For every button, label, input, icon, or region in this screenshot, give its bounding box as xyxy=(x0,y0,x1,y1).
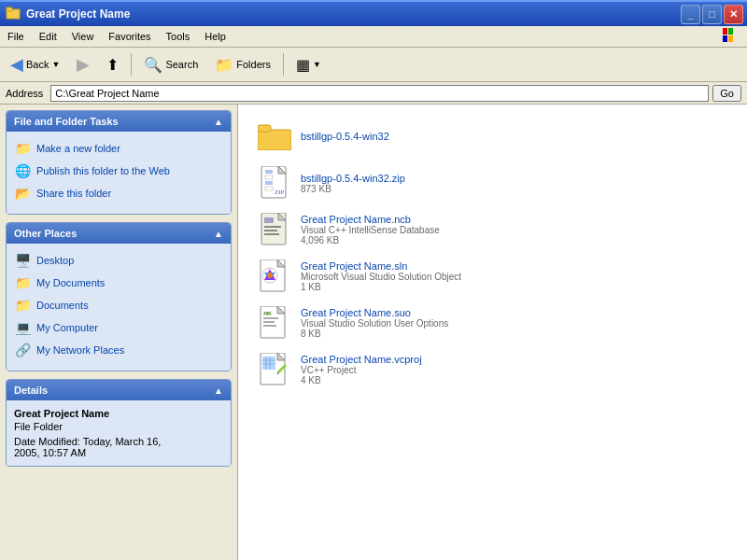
suo-file-icon: opt xyxy=(258,306,291,340)
svg-rect-20 xyxy=(264,217,274,223)
places-panel-body: 🖥️ Desktop 📁 My Documents 📁 Documents 💻 … xyxy=(7,244,231,371)
svg-rect-13 xyxy=(265,187,273,190)
places-panel-chevron: ▲ xyxy=(214,229,223,239)
svg-rect-18 xyxy=(264,230,277,231)
svg-rect-1 xyxy=(7,7,12,11)
file-name: bstillgp-0.5.4-win32.zip xyxy=(301,173,405,184)
views-dropdown-icon[interactable]: ▼ xyxy=(313,60,321,69)
details-panel-body: Great Project Name File Folder Date Modi… xyxy=(7,400,231,466)
toolbar-separator-2 xyxy=(283,53,284,76)
menu-help[interactable]: Help xyxy=(197,29,233,44)
file-desc: Microsoft Visual Studio Solution Object xyxy=(301,272,461,282)
list-item[interactable]: ZIP bstillgp-0.5.4-win32.zip 873 KB xyxy=(253,161,732,205)
file-info: Great Project Name.sln Microsoft Visual … xyxy=(301,260,461,292)
make-new-folder-link[interactable]: 📁 Make a new folder xyxy=(12,139,225,158)
documents-icon: 📁 xyxy=(14,298,31,313)
svg-rect-17 xyxy=(264,226,281,228)
svg-rect-19 xyxy=(264,233,279,235)
file-info: bstillgp-0.5.4-win32.zip 873 KB xyxy=(301,173,405,194)
desktop-link[interactable]: 🖥️ Desktop xyxy=(12,251,225,270)
list-item[interactable]: opt Great Project Name.suo Visual Studio… xyxy=(253,301,732,345)
details-date-label: Date Modified: Today, March 16, 2005, 10… xyxy=(14,436,223,458)
places-panel-header[interactable]: Other Places ▲ xyxy=(7,223,231,244)
list-item[interactable]: Great Project Name.vcproj VC++ Project 4… xyxy=(253,347,732,392)
back-button[interactable]: ◀ Back ▼ xyxy=(4,50,66,78)
search-icon: 🔍 xyxy=(144,56,162,74)
details-type: File Folder xyxy=(14,421,223,432)
title-bar-left: Great Project Name xyxy=(6,7,130,21)
toolbar: ◀ Back ▼ ▶ ⬆ 🔍 Search 📁 Folders ▦ ▼ xyxy=(0,48,747,82)
folder-file-icon xyxy=(258,119,291,153)
file-name: Great Project Name.suo xyxy=(301,307,448,318)
publish-folder-label: Publish this folder to the Web xyxy=(36,165,170,176)
list-item[interactable]: Great Project Name.ncb Visual C++ Intell… xyxy=(253,207,732,252)
folders-button[interactable]: 📁 Folders xyxy=(208,52,277,77)
svg-rect-27 xyxy=(263,317,278,319)
menu-view[interactable]: View xyxy=(64,29,102,44)
sidebar: File and Folder Tasks ▲ 📁 Make a new fol… xyxy=(0,105,238,560)
file-size: 4,096 KB xyxy=(301,235,440,245)
zip-file-icon: ZIP xyxy=(258,166,291,200)
my-documents-link[interactable]: 📁 My Documents xyxy=(12,273,225,292)
places-panel-title: Other Places xyxy=(14,228,77,239)
toolbar-separator-1 xyxy=(131,53,132,76)
file-desc: VC++ Project xyxy=(301,365,422,375)
publish-folder-link[interactable]: 🌐 Publish this folder to the Web xyxy=(12,161,225,180)
svg-rect-29 xyxy=(263,325,276,327)
list-item[interactable]: Great Project Name.sln Microsoft Visual … xyxy=(253,254,732,299)
minimize-button[interactable]: _ xyxy=(681,5,700,24)
menu-edit[interactable]: Edit xyxy=(32,29,64,44)
sln-file-icon xyxy=(258,259,291,293)
go-button[interactable]: Go xyxy=(712,85,741,102)
views-icon: ▦ xyxy=(296,56,310,74)
details-panel-chevron: ▲ xyxy=(214,385,223,396)
documents-label: Documents xyxy=(36,300,89,311)
views-button[interactable]: ▦ ▼ xyxy=(289,52,328,77)
back-dropdown-icon[interactable]: ▼ xyxy=(51,60,60,69)
forward-icon: ▶ xyxy=(77,54,90,75)
address-bar: Address Go xyxy=(0,82,747,105)
svg-rect-6 xyxy=(258,130,291,150)
up-icon: ⬆ xyxy=(106,56,119,74)
tasks-panel: File and Folder Tasks ▲ 📁 Make a new fol… xyxy=(6,110,232,215)
svg-rect-5 xyxy=(728,35,733,42)
file-size: 8 KB xyxy=(301,329,448,339)
publish-icon: 🌐 xyxy=(14,163,31,178)
file-name: Great Project Name.vcproj xyxy=(301,354,422,365)
file-info: Great Project Name.suo Visual Studio Sol… xyxy=(301,307,448,339)
documents-link[interactable]: 📁 Documents xyxy=(12,296,225,315)
menu-file[interactable]: File xyxy=(0,29,32,44)
svg-rect-4 xyxy=(723,35,727,42)
svg-rect-7 xyxy=(258,125,271,132)
list-item[interactable]: bstillgp-0.5.4-win32 xyxy=(253,114,732,159)
search-button[interactable]: 🔍 Search xyxy=(137,52,204,77)
my-documents-label: My Documents xyxy=(36,277,105,288)
menu-tools[interactable]: Tools xyxy=(159,29,198,44)
address-input[interactable] xyxy=(50,85,709,102)
maximize-button[interactable]: □ xyxy=(702,5,722,24)
details-panel-title: Details xyxy=(14,385,48,396)
desktop-icon: 🖥️ xyxy=(14,253,31,268)
new-folder-icon: 📁 xyxy=(14,141,31,156)
forward-button[interactable]: ▶ xyxy=(70,50,96,78)
my-network-link[interactable]: 🔗 My Network Places xyxy=(12,341,225,359)
up-button[interactable]: ⬆ xyxy=(100,52,125,77)
file-name: bstillgp-0.5.4-win32 xyxy=(301,131,389,142)
svg-rect-33 xyxy=(262,357,275,370)
file-size: 873 KB xyxy=(301,184,405,194)
details-panel-header[interactable]: Details ▲ xyxy=(7,380,231,400)
window-controls: _ □ ✕ xyxy=(681,5,743,24)
share-folder-link[interactable]: 📂 Share this folder xyxy=(12,184,225,203)
menu-favorites[interactable]: Favorites xyxy=(101,29,158,44)
tasks-panel-header[interactable]: File and Folder Tasks ▲ xyxy=(7,111,231,132)
close-button[interactable]: ✕ xyxy=(724,5,743,24)
my-computer-link[interactable]: 💻 My Computer xyxy=(12,318,225,337)
file-name: Great Project Name.ncb xyxy=(301,214,440,225)
file-info: Great Project Name.ncb Visual C++ Intell… xyxy=(301,214,440,245)
app-icon xyxy=(6,7,21,21)
window-title: Great Project Name xyxy=(26,7,130,21)
svg-rect-3 xyxy=(728,28,733,35)
windows-flag xyxy=(723,28,743,45)
places-panel: Other Places ▲ 🖥️ Desktop 📁 My Documents… xyxy=(6,222,232,371)
my-computer-icon: 💻 xyxy=(14,320,31,335)
